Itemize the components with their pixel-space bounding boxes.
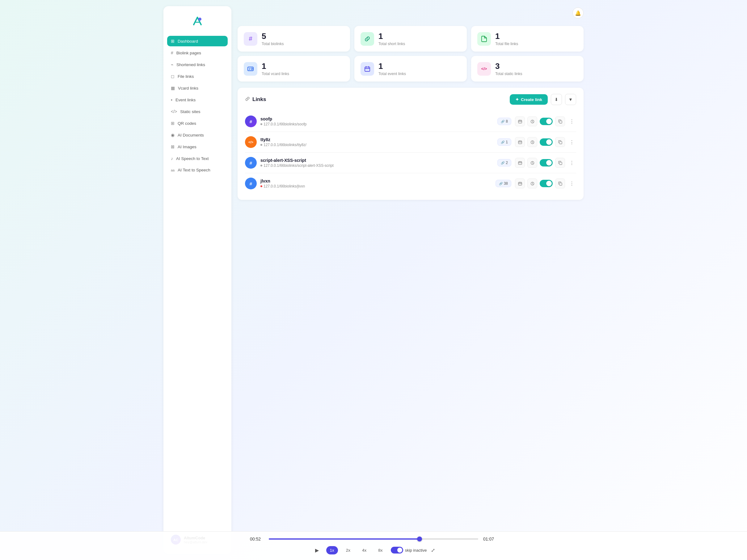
svg-rect-11 <box>560 141 562 144</box>
sidebar-item-label: AI Speech to Text <box>176 156 209 161</box>
sidebar-item-label: File links <box>178 74 194 79</box>
link-row: # script-alert-XSS-script 127.0.0.1/66bi… <box>245 153 576 173</box>
sidebar-item-static-sites[interactable]: </> Static sites <box>167 106 228 117</box>
speed-4x-button[interactable]: 4x <box>358 546 370 555</box>
link-url-script: 127.0.0.1/66biolinks/script-alert-XSS-sc… <box>260 163 494 168</box>
sidebar-item-label: Vcard links <box>178 86 198 90</box>
more-btn-soofp[interactable]: ⋮ <box>567 117 576 126</box>
speed-8x-button[interactable]: 8x <box>375 546 386 555</box>
skip-inactive-toggle: skip inactive <box>391 547 427 554</box>
calendar-btn-tty8z[interactable] <box>515 137 525 147</box>
copy-btn-tty8z[interactable] <box>555 137 565 147</box>
progress-track[interactable] <box>269 538 478 540</box>
stat-icon-vcard-links <box>244 62 257 76</box>
sidebar-item-vcard-links[interactable]: ▦ Vcard links <box>167 83 228 93</box>
sidebar-item-ai-speech[interactable]: ♪ AI Speech to Text <box>167 153 228 164</box>
copy-btn-script[interactable] <box>555 158 565 168</box>
logo <box>167 12 228 30</box>
link-url-text-tty8z: 127.0.0.1/66biolinks/tty8z/ <box>263 143 306 147</box>
history-btn-script[interactable] <box>527 158 537 168</box>
more-btn-jlvxn[interactable]: ⋮ <box>567 179 576 188</box>
link-name-script: script-alert-XSS-script <box>260 158 494 163</box>
url-dot-script <box>260 165 262 166</box>
code-icon: </> <box>171 109 177 114</box>
sidebar-item-label: Shortened links <box>176 62 205 67</box>
link-actions-jlvxn: ⋮ <box>515 179 576 188</box>
calendar-btn-script[interactable] <box>515 158 525 168</box>
svg-rect-14 <box>560 162 562 165</box>
plus-icon: ✦ <box>515 97 519 102</box>
toggle-soofp[interactable] <box>540 118 553 125</box>
sidebar-item-event-links[interactable]: ▪ Event links <box>167 95 228 105</box>
speed-2x-button[interactable]: 2x <box>342 546 354 555</box>
calendar-btn-soofp[interactable] <box>515 116 525 126</box>
sidebar-item-label: AI Text to Speech <box>178 168 210 172</box>
link-count-script: 🔗 2 <box>497 159 511 166</box>
sidebar-item-ai-images[interactable]: ⊠ AI Images <box>167 141 228 152</box>
filter-button[interactable]: ▼ <box>565 94 576 105</box>
link-icon: ⌁ <box>171 62 173 67</box>
sidebar-item-ai-documents[interactable]: ◉ AI Documents <box>167 130 228 140</box>
download-button[interactable]: ⬇ <box>551 94 562 105</box>
svg-rect-15 <box>518 182 522 185</box>
sidebar-item-biolink-pages[interactable]: # Biolink pages <box>167 48 228 58</box>
stat-card-biolinks: # 5 Total biolinks <box>237 26 350 52</box>
expand-button[interactable]: ⤢ <box>431 547 435 553</box>
toggle-script[interactable] <box>540 159 553 166</box>
sidebar-item-label: Static sites <box>180 109 200 114</box>
svg-rect-17 <box>560 183 562 185</box>
sidebar-item-file-links[interactable]: ◻ File links <box>167 71 228 82</box>
biolink-icon: # <box>171 50 173 55</box>
calendar-btn-jlvxn[interactable] <box>515 179 525 188</box>
link-info-script: script-alert-XSS-script 127.0.0.1/66biol… <box>260 158 494 168</box>
stat-card-short-links: 1 Total short links <box>354 26 467 52</box>
sidebar-item-shortened-links[interactable]: ⌁ Shortened links <box>167 59 228 70</box>
stats-grid: # 5 Total biolinks 1 Total short links <box>237 26 584 82</box>
toggle-tty8z[interactable] <box>540 138 553 146</box>
sidebar-item-qr-codes[interactable]: ⊞ QR codes <box>167 118 228 129</box>
links-title-icon <box>245 96 250 103</box>
link-info-tty8z: tty8z 127.0.0.1/66biolinks/tty8z/ <box>260 137 494 147</box>
create-link-label: Create link <box>521 97 542 102</box>
progress-thumb[interactable] <box>417 536 422 541</box>
notifications-button[interactable]: 🔔 <box>572 7 584 19</box>
svg-point-0 <box>198 18 201 21</box>
file-icon: ◻ <box>171 74 175 79</box>
more-btn-tty8z[interactable]: ⋮ <box>567 138 576 146</box>
player-bar: 00:52 01:07 ▶ 1x 2x 4x 8x skip inactive … <box>0 531 747 560</box>
stat-value-short-links: 1 <box>379 31 405 41</box>
stat-card-event-links: 1 Total event links <box>354 56 467 82</box>
history-btn-tty8z[interactable] <box>527 137 537 147</box>
svg-rect-5 <box>365 67 370 71</box>
stat-value-event-links: 1 <box>379 61 406 71</box>
history-btn-jlvxn[interactable] <box>527 179 537 188</box>
link-url-text-script: 127.0.0.1/66biolinks/script-alert-XSS-sc… <box>263 163 334 168</box>
svg-rect-8 <box>560 121 562 123</box>
player-time-end: 01:07 <box>483 536 497 541</box>
stat-label-vcard-links: Total vcard links <box>262 72 289 76</box>
link-avatar-tty8z: </> <box>245 136 257 148</box>
create-link-button[interactable]: ✦ Create link <box>510 94 548 105</box>
play-button[interactable]: ▶ <box>312 545 322 555</box>
player-controls: ▶ 1x 2x 4x 8x skip inactive ⤢ <box>312 545 435 555</box>
skip-toggle-track[interactable] <box>391 547 403 554</box>
speed-1x-button[interactable]: 1x <box>326 546 338 555</box>
stat-icon-biolinks: # <box>244 32 257 46</box>
qr-icon: ⊞ <box>171 121 175 126</box>
stat-info-short-links: 1 Total short links <box>379 31 405 46</box>
history-btn-soofp[interactable] <box>527 116 537 126</box>
copy-btn-soofp[interactable] <box>555 116 565 126</box>
link-count-tty8z: 🔗 1 <box>497 138 511 146</box>
more-btn-script[interactable]: ⋮ <box>567 158 576 167</box>
count-icon-script: 🔗 <box>501 161 505 165</box>
sidebar-item-label: Biolink pages <box>176 51 201 55</box>
copy-btn-jlvxn[interactable] <box>555 179 565 188</box>
sidebar-item-ai-tts[interactable]: aa AI Text to Speech <box>167 165 228 175</box>
count-icon-soofp: 🔗 <box>501 120 505 123</box>
sidebar-item-dashboard[interactable]: ⊞ Dashboard <box>167 36 228 46</box>
ai-doc-icon: ◉ <box>171 133 175 137</box>
sidebar: ⊞ Dashboard # Biolink pages ⌁ Shortened … <box>163 6 231 554</box>
toggle-jlvxn[interactable] <box>540 180 553 187</box>
link-avatar-script: # <box>245 157 257 169</box>
stat-label-biolinks: Total biolinks <box>262 42 284 46</box>
